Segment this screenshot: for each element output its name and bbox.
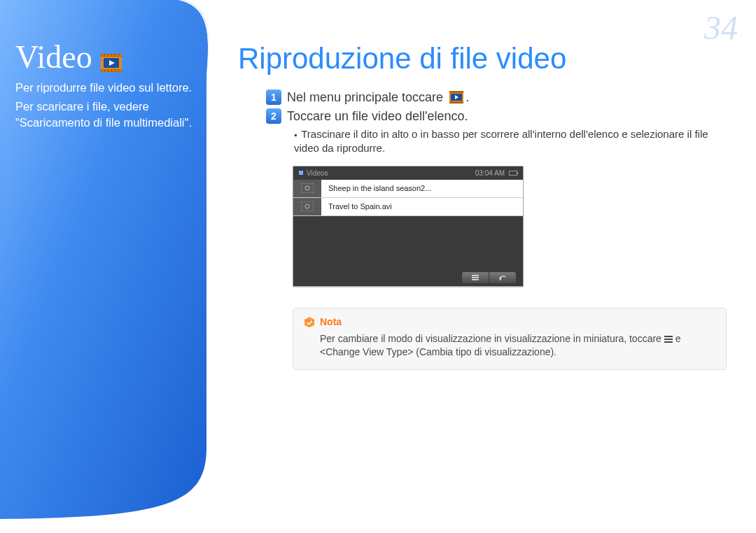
note-body-pre: Per cambiare il modo di visualizzazione … [320,333,664,344]
note-title: Nota [320,316,342,327]
step-1: 1 Nel menu principale toccare . [266,90,728,105]
bullet-icon: ▪ [294,130,297,140]
svg-point-1 [164,527,172,533]
svg-point-32 [305,186,309,190]
app-indicator-icon [299,171,303,175]
device-time: 03:04 AM [475,169,505,177]
step-2: 2 Toccare un file video dell'elenco. [266,108,728,124]
video-icon [99,45,123,69]
svg-rect-25 [120,70,121,71]
step-badge-2: 2 [266,108,281,124]
note-box: Nota Per cambiare il modo di visualizzaz… [293,308,727,370]
list-item-label: Sheep in the island season2... [321,184,431,192]
svg-rect-28 [449,91,463,93]
svg-rect-23 [113,70,114,71]
device-statusbar: Videos 03:04 AM [293,166,523,180]
device-header-title: Videos [307,169,328,177]
svg-rect-17 [113,55,114,56]
step-2-text: Toccare un file video dell'elenco. [287,109,468,124]
substep-text: Trascinare il dito in alto o in basso pe… [294,128,708,154]
step-1-trailing-dot: . [465,90,469,105]
page-title: Riproduzione di file video [238,42,728,76]
note-body: Per cambiare il modo di visualizzazione … [303,332,716,360]
svg-point-34 [305,204,309,208]
svg-rect-14 [102,55,104,56]
svg-rect-16 [109,55,111,56]
svg-rect-12 [101,54,122,57]
list-item: Sheep in the island season2... [293,180,523,198]
svg-rect-21 [106,70,107,71]
step-badge-1: 1 [266,90,281,105]
main-content: Riproduzione di file video 1 Nel menu pr… [238,42,728,370]
device-screenshot: Videos 03:04 AM Sheep in the island seas… [293,166,524,287]
svg-rect-33 [301,201,314,211]
svg-rect-29 [449,101,463,104]
step-1-text: Nel menu principale toccare [287,90,443,105]
sidebar-crossref-link[interactable]: Per scaricare i file, vedere "Scaricamen… [15,99,197,131]
menu-icon [664,336,673,343]
svg-rect-19 [120,55,121,56]
video-thumb-icon [293,198,321,215]
back-button [489,272,516,283]
battery-icon [509,171,517,176]
manual-page: 34 [0,0,756,533]
svg-rect-24 [116,70,118,71]
menu-button [462,272,489,283]
list-item-label: Travel to Spain.avi [321,202,392,211]
page-number: 34 [704,8,738,47]
list-item: Travel to Spain.avi [293,198,523,216]
svg-rect-36 [472,277,479,278]
svg-rect-20 [102,70,104,71]
svg-rect-22 [109,70,111,71]
video-icon-small [449,90,464,104]
substep: ▪Trascinare il dito in alto o in basso p… [294,127,728,156]
svg-rect-13 [101,69,122,72]
note-icon [303,315,316,328]
video-thumb-icon [293,180,321,197]
svg-rect-35 [472,275,479,276]
svg-rect-18 [116,55,118,56]
svg-rect-15 [106,55,107,56]
sidebar-subtitle: Per riprodurre file video sul lettore. [15,80,197,96]
sidebar-content: Video [15,38,197,131]
section-title-text: Video [15,38,92,76]
section-title: Video [15,38,197,76]
svg-rect-31 [301,183,314,193]
svg-rect-37 [472,279,479,280]
device-footer [293,269,523,286]
